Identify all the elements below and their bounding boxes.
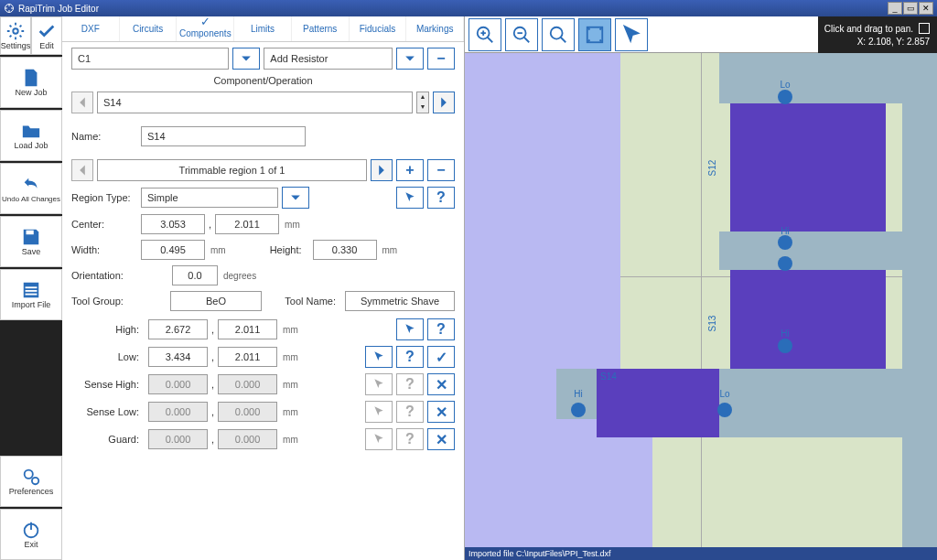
tab-dxf[interactable]: DXF [62,16,120,41]
node-hi-2[interactable] [778,256,792,271]
power-icon [21,520,41,540]
remove-region-button[interactable]: − [427,159,455,181]
node-lo-2[interactable] [717,403,732,417]
sense-low-pointer-button [365,401,393,423]
add-region-button[interactable]: + [396,159,424,181]
fit-button[interactable] [578,18,611,51]
low-help-button[interactable]: ? [396,346,424,368]
guard-x-input: 0.000 [148,429,208,449]
region-pointer-button[interactable] [396,187,424,209]
tab-fiducials[interactable]: Fiducials [350,16,407,41]
zoom-in-button[interactable] [468,18,501,51]
center-x-input[interactable]: 3.053 [141,214,205,234]
tab-circuits[interactable]: Circuits [120,16,178,41]
tab-markings[interactable]: Markings [406,16,464,41]
svg-rect-2 [27,231,34,235]
guard-y-input: 0.000 [218,429,277,449]
window-title: RapiTrim Job Editor [18,4,99,14]
svg-line-12 [488,37,493,42]
orientation-input[interactable]: 0.0 [172,265,218,285]
high-y-input[interactable]: 2.011 [218,319,277,339]
zoom-button[interactable] [542,18,575,51]
canvas[interactable]: Lo Hi Hi Lo Hi S12 S13 S14 [465,53,937,547]
save-button[interactable]: Save [0,216,62,267]
tab-limits[interactable]: Limits [234,16,292,41]
import-button[interactable]: Import File [0,269,62,320]
remove-operation-button[interactable]: − [427,48,455,70]
load-job-button[interactable]: Load Job [0,110,62,161]
node-hi-3[interactable] [778,339,792,353]
next-item-button[interactable] [433,92,455,113]
region-type-dropdown-button[interactable] [282,187,309,209]
tool-name-input[interactable]: Symmetric Shave [345,291,455,311]
guard-clear-button[interactable]: ✕ [427,428,455,450]
maximize-button[interactable]: ▭ [903,2,918,15]
svg-point-8 [32,478,38,484]
operation-select[interactable]: Add Resistor [264,48,393,70]
region-type-label: Region Type: [71,192,137,203]
edit-button[interactable]: Edit [31,16,62,55]
node-label-hi-2: Hi [781,328,789,339]
item-stepper[interactable]: ▲▼ [416,92,429,113]
svg-point-1 [13,28,18,34]
region-type-select[interactable]: Simple [141,188,278,208]
sense-low-help-button: ? [396,401,424,423]
status-bar: Imported file C:\InputFiles\PPI_Test.dxf [465,547,937,560]
exit-button[interactable]: Exit [0,509,62,560]
width-input[interactable]: 0.495 [141,240,205,260]
pan-icon [919,23,930,34]
gears-icon [21,467,41,487]
region-label-s12: S12 [707,160,717,177]
region-help-button[interactable]: ? [427,187,455,209]
component-dropdown-button[interactable] [232,48,260,70]
sense-high-clear-button[interactable]: ✕ [427,373,455,395]
width-label: Width: [71,244,137,255]
high-help-button[interactable]: ? [427,318,455,340]
tab-patterns[interactable]: Patterns [292,16,350,41]
settings-button[interactable]: Settings [0,16,31,55]
form-panel: DXF Circuits ✓Components Limits Patterns… [62,16,465,560]
next-region-button[interactable] [371,159,393,181]
guard-pointer-button [365,428,393,450]
prev-item-button[interactable] [71,92,93,113]
component-select[interactable]: C1 [71,48,229,70]
app-icon [4,3,15,14]
high-x-input[interactable]: 2.672 [148,319,208,339]
preferences-button[interactable]: Preferences [0,456,62,507]
node-label-hi-3: Hi [574,389,582,399]
new-job-button[interactable]: New Job [0,57,62,108]
minimize-button[interactable]: _ [888,2,902,15]
node-hi-1[interactable] [778,235,792,250]
prev-region-button[interactable] [71,159,93,181]
sense-low-clear-button[interactable]: ✕ [427,401,455,423]
file-icon [21,68,41,88]
high-pointer-button[interactable] [396,318,424,340]
undo-button[interactable]: Undo All Changes [0,163,62,214]
tab-components[interactable]: ✓Components [177,16,234,41]
viewer-panel: Click and drag to pan. X: 2.108, Y: 2.85… [465,16,937,560]
zoom-out-button[interactable] [505,18,538,51]
pointer-button[interactable] [615,18,648,51]
tool-name-label: Tool Name: [285,296,336,307]
operation-dropdown-button[interactable] [396,48,424,70]
region-display: Trimmable region 1 of 1 [97,159,367,181]
center-y-input[interactable]: 2.011 [215,214,279,234]
svg-point-7 [25,470,33,479]
low-y-input[interactable]: 2.011 [218,347,277,367]
low-x-input[interactable]: 3.434 [148,347,208,367]
close-button[interactable]: ✕ [919,2,933,15]
sense-low-y-input: 0.000 [218,402,277,422]
node-hi-4[interactable] [571,403,586,417]
low-pointer-button[interactable] [365,346,393,368]
svg-rect-5 [26,290,38,292]
node-lo-1[interactable] [778,90,792,104]
sense-high-y-input: 0.000 [218,374,277,394]
height-input[interactable]: 0.330 [313,240,377,260]
check-icon: ✓ [200,15,210,28]
svg-rect-4 [26,286,38,288]
left-sidebar: Settings Edit New Job Load Job Undo All … [0,16,62,560]
import-icon [21,280,41,300]
tool-group-input[interactable]: BeO [170,291,262,311]
name-input[interactable]: S14 [141,126,306,146]
low-confirm-button[interactable]: ✓ [427,346,455,368]
